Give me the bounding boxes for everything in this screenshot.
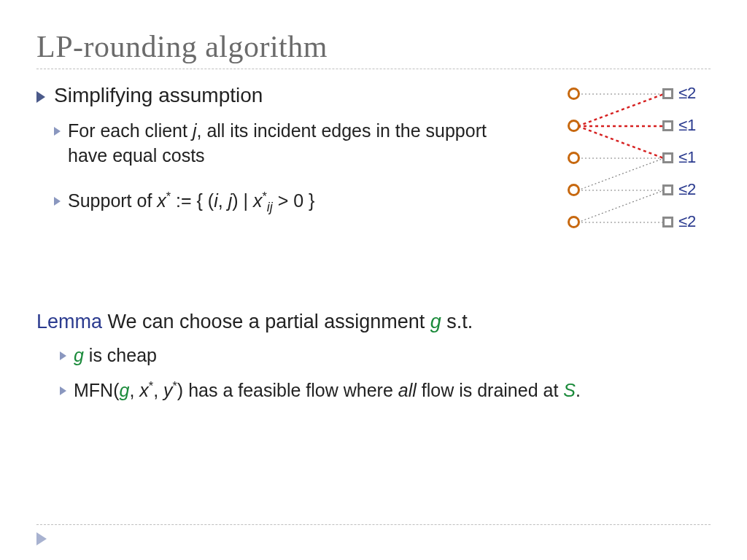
svg-line-6 [578,94,664,126]
facility-node-1 [568,88,580,100]
bullet-1: Simplifying assumption [36,84,503,107]
bullet-1-sub-1-text: For each client j, all its incident edge… [68,119,503,168]
triangle-bullet-small-icon [54,127,61,136]
bullet-1-text: Simplifying assumption [54,84,263,107]
client-node-1 [662,88,673,99]
footer-triangle-icon [36,532,47,545]
title-divider [36,69,711,69]
capacity-label-3: ≤1 [678,148,696,167]
client-node-5 [662,217,673,228]
footer-divider [36,524,711,525]
client-node-3 [662,152,673,163]
bullet-1-sub-2-text: Support of x* := { (i, j) | x*ij > 0 } [68,189,314,217]
lemma-sub-2: MFN(g, x*, y*) has a feasible flow where… [60,378,702,403]
facility-node-3 [568,152,580,164]
lemma-block: Lemma We can choose a partial assignment… [36,311,711,403]
lemma-sub-1: g is cheap [60,343,711,368]
slide: LP-rounding algorithm Simplifying assump… [0,0,747,560]
lemma-statement: Lemma We can choose a partial assignment… [36,311,711,333]
main-column: Simplifying assumption For each client j… [36,84,503,216]
triangle-bullet-small-icon [60,351,66,360]
capacity-label-2: ≤1 [678,116,696,135]
lemma-sub-2-text: MFN(g, x*, y*) has a feasible flow where… [74,378,581,403]
slide-title: LP-rounding algorithm [36,29,711,64]
client-node-2 [662,120,673,131]
facility-node-5 [568,216,580,228]
bullet-1-sub-2: Support of x* := { (i, j) | x*ij > 0 } [54,189,503,217]
triangle-bullet-small-icon [60,386,66,395]
capacity-label-4: ≤2 [678,180,696,199]
content-area: Simplifying assumption For each client j… [36,84,711,403]
capacity-label-5: ≤2 [678,212,696,231]
svg-line-2 [578,158,664,190]
facility-node-4 [568,184,580,196]
triangle-bullet-icon [36,91,45,103]
triangle-bullet-small-icon [54,197,61,206]
lemma-sub-1-text: g is cheap [74,343,157,368]
bullet-1-sub-1: For each client j, all its incident edge… [54,119,503,168]
facility-node-2 [568,120,580,132]
bipartite-diagram: ≤2 ≤1 ≤1 ≤2 ≤2 [557,84,711,244]
capacity-label-1: ≤2 [678,84,696,103]
client-node-4 [662,184,673,195]
svg-line-8 [578,126,664,158]
svg-line-4 [578,190,664,222]
